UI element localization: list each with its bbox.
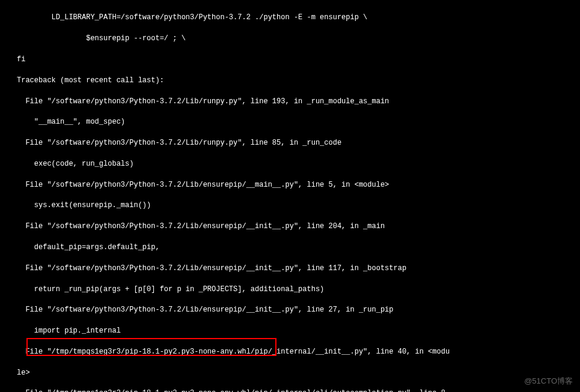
terminal-line: File "/software/python3/Python-3.7.2/Lib… [17,138,580,148]
terminal-line: fi [17,55,580,65]
terminal-line: default_pip=args.default_pip, [17,243,580,253]
terminal-line: sys.exit(ensurepip._main()) [17,201,580,211]
terminal-line: File "/software/python3/Python-3.7.2/Lib… [17,222,580,232]
terminal-line: File "/software/python3/Python-3.7.2/Lib… [17,264,580,274]
terminal-line: import pip._internal [17,326,580,336]
terminal-line: LD_LIBRARY_PATH=/software/python3/Python… [17,13,580,23]
terminal-line: return _run_pip(args + [p[0] for p in _P… [17,285,580,295]
terminal-line: $ensurepip --root=/ ; \ [17,34,580,44]
terminal-line: le> [17,368,580,378]
terminal-line: File "/tmp/tmpqs1eg3r3/pip-18.1-py2.py3-… [17,388,580,392]
watermark-text: @51CTO博客 [524,376,573,387]
terminal-line: exec(code, run_globals) [17,159,580,169]
terminal-line: File "/software/python3/Python-3.7.2/Lib… [17,97,580,107]
terminal-line: File "/software/python3/Python-3.7.2/Lib… [17,180,580,190]
terminal-line: File "/software/python3/Python-3.7.2/Lib… [17,305,580,315]
terminal-line: Traceback (most recent call last): [17,76,580,86]
terminal-line: "__main__", mod_spec) [17,117,580,127]
terminal-line: File "/tmp/tmpqs1eg3r3/pip-18.1-py2.py3-… [17,347,580,357]
terminal-output[interactable]: LD_LIBRARY_PATH=/software/python3/Python… [0,2,580,392]
